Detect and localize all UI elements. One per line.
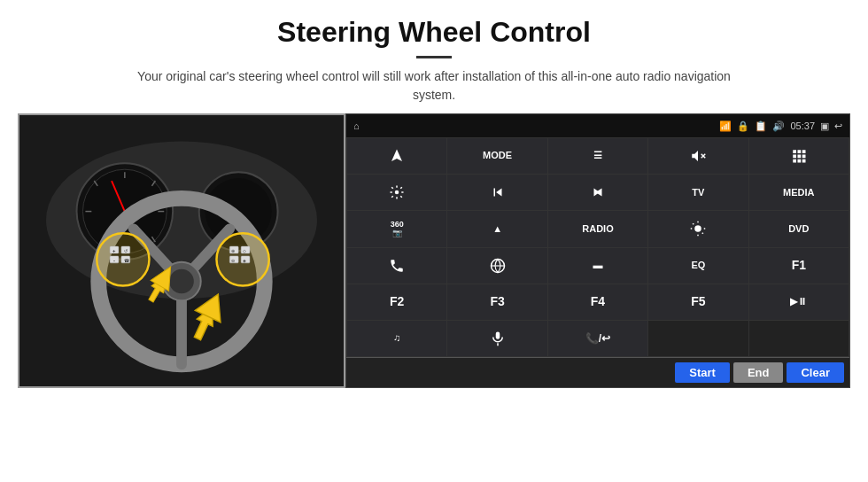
btn-f5[interactable]: F5 — [648, 284, 748, 320]
btn-f1[interactable]: F1 — [749, 248, 849, 284]
end-button[interactable]: End — [733, 362, 784, 383]
svg-rect-49 — [793, 159, 796, 163]
btn-empty-1 — [648, 321, 748, 356]
btn-f3[interactable]: F3 — [447, 284, 546, 320]
svg-text:↺: ↺ — [124, 249, 128, 253]
page-subtitle: Your original car's steering wheel contr… — [124, 67, 744, 105]
svg-text:+: + — [112, 248, 116, 253]
svg-rect-51 — [802, 159, 806, 163]
btn-mic[interactable] — [447, 321, 546, 356]
svg-rect-50 — [797, 159, 801, 163]
svg-text:◇: ◇ — [243, 249, 246, 253]
title-divider — [416, 56, 452, 58]
svg-text:⊕: ⊕ — [231, 249, 235, 253]
btn-eject[interactable]: ▲ — [447, 211, 546, 246]
clear-button[interactable]: Clear — [787, 362, 844, 383]
svg-rect-43 — [793, 150, 796, 153]
svg-rect-46 — [793, 155, 796, 159]
btn-prev-track[interactable] — [447, 175, 546, 210]
btn-rect[interactable]: ▬ — [548, 248, 647, 284]
status-bar: ⌂ 📶 🔒 📋 🔊 05:37 ▣ ↩ — [346, 114, 849, 137]
btn-apps[interactable] — [749, 138, 849, 174]
steering-wheel-image: + - ↺ ☎ ⊕ ⊖ ◇ ◈ — [18, 113, 345, 388]
svg-rect-44 — [797, 150, 801, 153]
btn-empty-2 — [749, 321, 849, 356]
btn-radio[interactable]: RADIO — [548, 211, 647, 246]
btn-settings[interactable] — [347, 175, 446, 210]
btn-next-track[interactable] — [548, 175, 647, 210]
btn-mode[interactable]: MODE — [447, 138, 546, 174]
status-bar-left: ⌂ — [353, 120, 360, 131]
btn-phone[interactable] — [347, 248, 446, 284]
btn-360cam[interactable]: 360📷 — [347, 211, 446, 246]
content-section: + - ↺ ☎ ⊕ ⊖ ◇ ◈ — [0, 113, 868, 482]
svg-line-57 — [702, 233, 703, 234]
svg-text:-: - — [113, 258, 115, 263]
svg-text:☎: ☎ — [124, 259, 129, 263]
btn-navigate[interactable] — [347, 138, 446, 174]
btn-brightness[interactable] — [648, 211, 748, 246]
btn-list[interactable]: ☰ — [548, 138, 647, 174]
btn-f4[interactable]: F4 — [548, 284, 647, 320]
svg-line-56 — [694, 224, 694, 225]
home-icon: ⌂ — [353, 120, 360, 131]
lock-icon: 🔒 — [737, 120, 749, 132]
svg-text:⊖: ⊖ — [231, 259, 235, 263]
bluetooth-icon: 🔊 — [772, 120, 785, 132]
sim-icon: 📋 — [755, 120, 767, 132]
btn-mute[interactable] — [648, 138, 748, 174]
btn-playpause[interactable]: ▶⏸ — [749, 284, 849, 320]
btn-dvd[interactable]: DVD — [749, 211, 849, 246]
page-title: Steering Wheel Control — [53, 16, 815, 49]
time-display: 05:37 — [790, 120, 815, 131]
android-panel: ⌂ 📶 🔒 📋 🔊 05:37 ▣ ↩ MODE — [345, 113, 850, 388]
svg-rect-62 — [495, 331, 500, 338]
btn-tv[interactable]: TV — [648, 175, 748, 210]
control-grid: MODE ☰ TV MEDIA — [346, 137, 849, 357]
btn-media[interactable]: MEDIA — [749, 175, 849, 210]
header-section: Steering Wheel Control Your original car… — [0, 0, 868, 113]
svg-point-53 — [695, 226, 702, 233]
wifi-icon: 📶 — [719, 120, 732, 132]
svg-point-18 — [169, 269, 194, 294]
svg-text:◈: ◈ — [243, 259, 246, 263]
back-icon: ↩ — [834, 120, 842, 132]
status-bar-right: 📶 🔒 📋 🔊 05:37 ▣ ↩ — [719, 120, 842, 132]
window-icon: ▣ — [820, 120, 829, 132]
svg-rect-45 — [802, 150, 806, 153]
svg-rect-48 — [802, 155, 806, 159]
page-container: Steering Wheel Control Your original car… — [0, 0, 868, 482]
svg-rect-47 — [797, 155, 801, 159]
bottom-bar: Start End Clear — [346, 357, 849, 387]
start-button[interactable]: Start — [675, 362, 730, 383]
btn-phone-hangup[interactable]: 📞/↩ — [548, 321, 647, 356]
svg-point-52 — [395, 190, 399, 195]
btn-f2[interactable]: F2 — [347, 284, 446, 320]
btn-music[interactable]: ♫ — [347, 321, 446, 356]
btn-eq[interactable]: EQ — [648, 248, 748, 284]
btn-browser[interactable] — [447, 248, 546, 284]
